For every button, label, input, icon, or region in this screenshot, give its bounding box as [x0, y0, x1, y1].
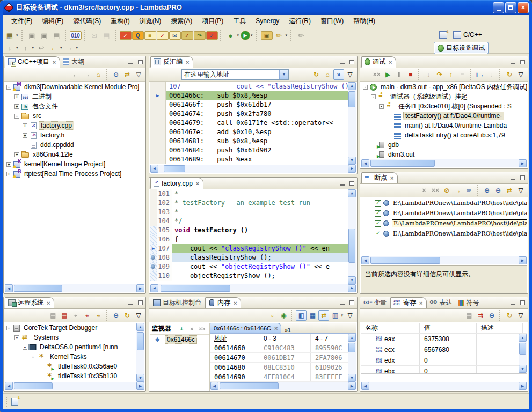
- tree-item[interactable]: -main - dkm3.out - app_x86 [DeltaOS 内核任务…: [361, 82, 527, 92]
- instruction-stepping-icon[interactable]: i→: [475, 69, 486, 80]
- code-line[interactable]: 106{: [150, 235, 356, 244]
- disasm-line[interactable]: 00614679: call 0x6171fe <std::operator<<: [150, 119, 356, 128]
- vertical-scrollbar[interactable]: ▲ ▼: [519, 334, 527, 373]
- menu-item-9[interactable]: 运行(R): [285, 16, 315, 27]
- tree-item[interactable]: -任务t1 [0x3ce010] 核[0] (Suspended : S: [361, 101, 527, 111]
- view-minimize-icon[interactable]: [127, 299, 134, 306]
- show-source-icon[interactable]: »: [333, 69, 344, 80]
- refresh-icon[interactable]: ↻: [122, 310, 133, 321]
- debug-icon[interactable]: ●: [225, 30, 237, 41]
- code-line[interactable]: 103*: [150, 208, 356, 217]
- view-menu-icon[interactable]: ▽: [345, 69, 355, 80]
- code-line[interactable]: 104*/: [150, 217, 356, 226]
- tab-target-console[interactable]: 目标机控制台: [150, 297, 205, 308]
- folder-check-icon[interactable]: ✓: [181, 31, 193, 40]
- tree-item[interactable]: tIdleTask1:0x35b130: [4, 371, 145, 381]
- view-minimize-icon[interactable]: [509, 58, 516, 65]
- binary-file-icon[interactable]: 010: [70, 31, 82, 40]
- close-icon[interactable]: ×: [419, 300, 422, 306]
- scroll-up-icon[interactable]: ▲: [348, 189, 356, 197]
- view-menu-icon[interactable]: ▽: [515, 185, 526, 196]
- view-minimize-icon[interactable]: [509, 299, 516, 306]
- view-maximize-icon[interactable]: [136, 299, 144, 306]
- home-icon[interactable]: ⌂: [322, 69, 333, 80]
- collapse-all-icon[interactable]: ⊖: [493, 185, 504, 196]
- combo-dropdown-icon[interactable]: ▼: [279, 70, 288, 79]
- menu-item-2[interactable]: 源代码(S): [69, 16, 105, 27]
- goto-file-icon[interactable]: →: [453, 185, 463, 196]
- view-menu-icon[interactable]: ▽: [133, 310, 144, 321]
- memory-row[interactable]: 0061468008EC831061D9026: [210, 363, 356, 372]
- breakpoint-item[interactable]: E:\LambdaPROnew\LambdaPRO\host\ide\platf…: [361, 218, 527, 229]
- code-line[interactable]: 102* testFactory - an example test run: [150, 198, 356, 208]
- fast-view-icon[interactable]: [11, 398, 18, 406]
- register-column-header[interactable]: 名称: [361, 323, 420, 333]
- view-maximize-icon[interactable]: [519, 299, 526, 306]
- collapse-expander-icon[interactable]: -: [6, 85, 11, 90]
- horizontal-scrollbar[interactable]: ◀ ▶: [361, 256, 527, 264]
- tree-item[interactable]: -dkm3[Downloadable Kernel Module Proj: [4, 82, 145, 92]
- memory-row[interactable]: 006146904FE810C483FFFFF: [210, 372, 356, 382]
- archive-mail-icon[interactable]: ✉: [169, 31, 181, 40]
- scroll-left-icon[interactable]: ◀: [210, 382, 218, 390]
- skip-all-icon[interactable]: ⊘: [441, 185, 452, 196]
- vertical-scrollbar[interactable]: ▲ ▼: [136, 323, 144, 382]
- link-panes-icon[interactable]: ⇄: [318, 310, 329, 321]
- register-column-header[interactable]: 描述: [477, 323, 523, 333]
- tab-remote-systems[interactable]: 远程系统 ×: [5, 297, 54, 308]
- scroll-left-icon[interactable]: ◀: [361, 159, 369, 167]
- view-maximize-icon[interactable]: [519, 174, 526, 181]
- disasm-line[interactable]: 107 cout << "classRegistryShow ()": [150, 82, 356, 91]
- scroll-down-icon[interactable]: ▼: [348, 157, 356, 165]
- new-list-icon[interactable]: ≡: [144, 31, 156, 40]
- scroll-up-icon[interactable]: ▲: [348, 334, 356, 342]
- scroll-up-icon[interactable]: ▲: [136, 323, 144, 331]
- close-icon[interactable]: ×: [53, 59, 56, 65]
- toggle-memory-monitors-icon[interactable]: ◧: [296, 310, 307, 321]
- breakpoint-checkbox-icon[interactable]: [375, 200, 381, 207]
- connect-target-icon[interactable]: ▤: [59, 310, 70, 321]
- tree-item[interactable]: deltaTaskEntry() at coreALib.s:1,79: [361, 130, 527, 140]
- close-button[interactable]: ×: [518, 2, 529, 13]
- breakpoint-marker-icon[interactable]: [151, 255, 155, 260]
- scroll-left-icon[interactable]: ◀: [361, 382, 369, 390]
- register-row[interactable]: 1010 0101eax6375308: [361, 334, 527, 344]
- disasm-line[interactable]: 0061467e: add $0x10,%esp: [150, 128, 356, 137]
- terminate-icon[interactable]: ■: [405, 69, 416, 80]
- scroll-right-icon[interactable]: ▶: [519, 256, 527, 264]
- view-maximize-icon[interactable]: [348, 58, 355, 65]
- tree-item[interactable]: +x86Gnu4.12le: [4, 150, 145, 159]
- expand-expander-icon[interactable]: +: [14, 152, 19, 157]
- breakpoint-item[interactable]: E:\LambdaPROnew\LambdaPRO\host\ide\platf…: [361, 198, 527, 208]
- shield-check-icon[interactable]: ✓: [120, 31, 132, 40]
- tree-item[interactable]: +kernel[Kernel Image Project]: [4, 159, 145, 169]
- refresh-icon[interactable]: ↻: [504, 69, 515, 80]
- tree-item[interactable]: +包含文件: [4, 101, 145, 111]
- collapse-all-icon[interactable]: ⊖: [111, 69, 121, 80]
- resume-icon[interactable]: ▶: [383, 69, 393, 80]
- annotation-ruler[interactable]: [150, 262, 157, 271]
- menu-item-11[interactable]: 帮助(H): [349, 16, 380, 27]
- tab-cpp-projects[interactable]: C/C++项目 ×: [5, 56, 60, 68]
- horizontal-scrollbar[interactable]: ◀ ▶: [361, 159, 527, 167]
- view-maximize-icon[interactable]: [519, 58, 526, 65]
- folder-open-icon[interactable]: ↷: [194, 31, 206, 40]
- code-editor-area[interactable]: 101*102* testFactory - an example test r…: [150, 189, 356, 281]
- annotation-ruler[interactable]: [150, 189, 157, 198]
- toggle-split-icon[interactable]: ▦: [307, 310, 318, 321]
- menu-item-0[interactable]: 文件(F): [7, 16, 37, 27]
- disasm-line[interactable]: ▶0061466c: sub $0x8,%esp: [150, 91, 356, 100]
- step-return-icon[interactable]: ↑: [446, 69, 456, 80]
- back-icon[interactable]: ←: [48, 42, 60, 54]
- tab-breakpoints[interactable]: 断点 ×: [361, 172, 398, 183]
- view-minimize-icon[interactable]: [338, 179, 346, 187]
- scroll-right-icon[interactable]: ▶: [136, 382, 144, 390]
- view-maximize-icon[interactable]: [348, 179, 355, 187]
- new-wizard-icon[interactable]: ▦: [4, 30, 16, 41]
- tab-overflow-indicator[interactable]: »1: [285, 327, 290, 333]
- check-list-icon[interactable]: ✓: [157, 31, 169, 40]
- tab-editor-factory-cpp[interactable]: factory.cpp ×: [150, 178, 203, 189]
- view-minimize-icon[interactable]: [338, 299, 346, 306]
- disasm-line[interactable]: 00614684: push $0x61d902: [150, 146, 356, 155]
- close-icon[interactable]: ×: [186, 59, 189, 65]
